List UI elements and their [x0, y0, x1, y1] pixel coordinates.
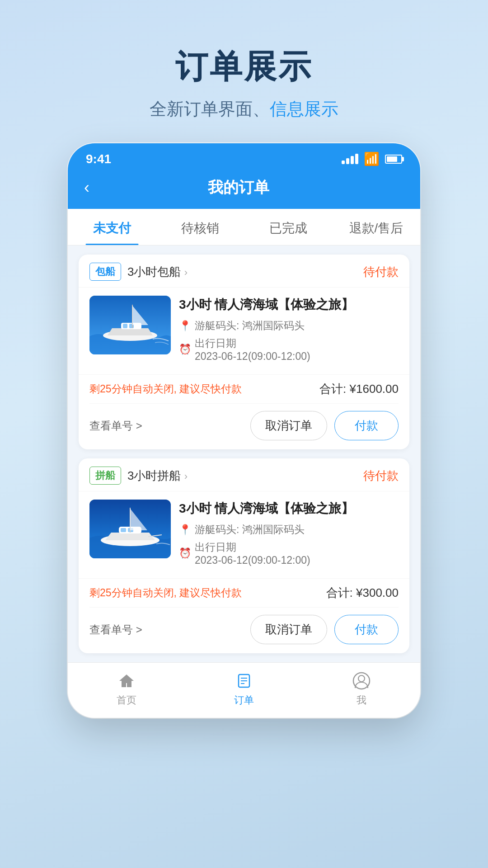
- back-button[interactable]: ‹: [84, 178, 89, 197]
- tab-pending-verification[interactable]: 待核销: [156, 209, 244, 245]
- tab-refund[interactable]: 退款/售后: [332, 209, 420, 245]
- order-date-2: ⏰ 出行日期 2023-06-12(09:00-12:00): [179, 540, 399, 566]
- page-subtitle: 全新订单界面、信息展示: [150, 98, 338, 121]
- order-info-1: 3小时 情人湾海域【体验之旅】 📍 游艇码头: 鸿洲国际码头 ⏰ 出行日期 20…: [179, 296, 399, 366]
- order-status-2: 待付款: [363, 468, 399, 484]
- home-icon: [117, 671, 136, 691]
- action-row-2: 查看单号 > 取消订单 付款: [89, 607, 399, 653]
- svg-point-17: [358, 675, 365, 682]
- order-location-2: 📍 游艇码头: 鸿洲国际码头: [179, 523, 399, 537]
- nav-label-profile: 我: [357, 693, 366, 707]
- status-icons: 📶: [342, 151, 402, 166]
- page-header: 订单展示 全新订单界面、信息展示: [150, 45, 338, 121]
- warning-row-2: 剩25分钟自动关闭, 建议尽快付款 合计: ¥300.00: [89, 579, 399, 607]
- status-bar: 9:41 📶: [68, 143, 420, 171]
- total-text-2: 合计: ¥300.00: [326, 585, 399, 601]
- action-row-1: 查看单号 > 取消订单 付款: [89, 403, 399, 449]
- subtitle-part1: 全新订单界面、: [150, 99, 270, 118]
- orders-icon: [234, 671, 254, 691]
- action-buttons-1: 取消订单 付款: [250, 411, 399, 440]
- order-card-2-footer: 剩25分钟自动关闭, 建议尽快付款 合计: ¥300.00 查看单号 > 取消订…: [79, 578, 409, 653]
- order-card-1-header: 包船 3小时包船 › 待付款: [79, 255, 409, 288]
- warning-text-2: 剩25分钟自动关闭, 建议尽快付款: [89, 586, 242, 600]
- tab-unpaid[interactable]: 未支付: [68, 209, 156, 245]
- order-item-1: 3小时 情人湾海域【体验之旅】 📍 游艇码头: 鸿洲国际码头 ⏰ 出行日期 20…: [79, 288, 409, 374]
- order-tag-pinjian: 拼船: [89, 467, 121, 485]
- order-info-2: 3小时 情人湾海域【体验之旅】 📍 游艇码头: 鸿洲国际码头 ⏰ 出行日期 20…: [179, 500, 399, 570]
- tab-completed[interactable]: 已完成: [244, 209, 332, 245]
- order-status-1: 待付款: [363, 264, 399, 280]
- nav-label-home: 首页: [117, 693, 136, 707]
- pay-button-1[interactable]: 付款: [334, 411, 399, 440]
- tabs-bar: 未支付 待核销 已完成 退款/售后: [68, 209, 420, 245]
- order-list: 包船 3小时包船 › 待付款: [68, 245, 420, 662]
- order-card-2-header: 拼船 3小时拼船 › 待付款: [79, 458, 409, 491]
- warning-text-1: 剩25分钟自动关闭, 建议尽快付款: [89, 382, 242, 396]
- location-icon-1: 📍: [179, 320, 191, 332]
- nav-label-orders: 订单: [234, 693, 254, 707]
- order-image-1: [89, 296, 171, 354]
- nav-item-profile[interactable]: 我: [352, 671, 371, 707]
- nav-bar: ‹ 我的订单: [68, 171, 420, 209]
- clock-icon-1: ⏰: [179, 344, 191, 355]
- nav-item-orders[interactable]: 订单: [234, 671, 254, 707]
- order-card-1-footer: 剩25分钟自动关闭, 建议尽快付款 合计: ¥1600.00 查看单号 > 取消…: [79, 374, 409, 449]
- order-type-2: 3小时拼船 ›: [127, 468, 188, 484]
- order-location-1: 📍 游艇码头: 鸿洲国际码头: [179, 319, 399, 333]
- order-name-2: 3小时 情人湾海域【体验之旅】: [179, 500, 399, 517]
- total-text-1: 合计: ¥1600.00: [319, 381, 399, 397]
- page-title: 订单展示: [150, 45, 338, 89]
- cancel-order-button-2[interactable]: 取消订单: [250, 615, 327, 644]
- order-tag-baochuan: 包船: [89, 263, 121, 281]
- order-name-1: 3小时 情人湾海域【体验之旅】: [179, 296, 399, 313]
- subtitle-part2: 信息展示: [270, 99, 338, 118]
- clock-icon-2: ⏰: [179, 547, 191, 559]
- order-card-2: 拼船 3小时拼船 › 待付款: [79, 458, 409, 653]
- svg-rect-3: [123, 324, 127, 328]
- pay-button-2[interactable]: 付款: [334, 615, 399, 644]
- signal-icon: [342, 154, 358, 164]
- chevron-right-icon-2: ›: [184, 471, 188, 482]
- location-icon-2: 📍: [179, 524, 191, 536]
- wifi-icon: 📶: [364, 151, 380, 166]
- bottom-nav: 首页 订单 我: [68, 662, 420, 718]
- profile-icon: [352, 671, 371, 691]
- order-type-1: 3小时包船 ›: [127, 264, 188, 280]
- order-image-2: [89, 500, 171, 558]
- status-time: 9:41: [86, 152, 111, 166]
- nav-item-home[interactable]: 首页: [117, 671, 136, 707]
- order-card-1: 包船 3小时包船 › 待付款: [79, 255, 409, 449]
- warning-row-1: 剩25分钟自动关闭, 建议尽快付款 合计: ¥1600.00: [89, 375, 399, 403]
- svg-rect-9: [121, 528, 126, 532]
- battery-icon: [385, 155, 402, 164]
- nav-title: 我的订单: [99, 177, 379, 198]
- cancel-order-button-1[interactable]: 取消订单: [250, 411, 327, 440]
- action-buttons-2: 取消订单 付款: [250, 615, 399, 644]
- chevron-right-icon-1: ›: [184, 267, 188, 278]
- order-item-2: 3小时 情人湾海域【体验之旅】 📍 游艇码头: 鸿洲国际码头 ⏰ 出行日期 20…: [79, 491, 409, 578]
- order-date-1: ⏰ 出行日期 2023-06-12(09:00-12:00): [179, 336, 399, 363]
- view-order-2[interactable]: 查看单号 >: [89, 623, 142, 637]
- view-order-1[interactable]: 查看单号 >: [89, 419, 142, 433]
- phone-mockup: 9:41 📶 ‹ 我的订单 未支付 待核销 已完成: [68, 143, 420, 718]
